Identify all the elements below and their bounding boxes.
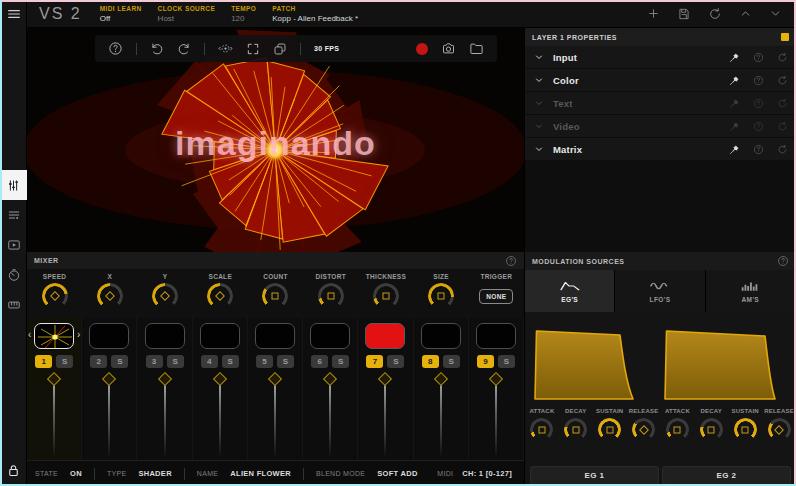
- solo-button[interactable]: S: [498, 355, 515, 368]
- reset-icon[interactable]: [777, 75, 788, 86]
- eg1-envelope-display[interactable]: [532, 324, 656, 402]
- record-button[interactable]: [416, 43, 428, 55]
- layer-thumbnail[interactable]: [200, 323, 240, 349]
- channel-fader[interactable]: [469, 372, 523, 460]
- sidebar-item-keyboard[interactable]: [0, 290, 27, 320]
- mixer-help-icon[interactable]: [505, 255, 517, 267]
- fader-handle[interactable]: [102, 372, 116, 386]
- channel-fader[interactable]: [248, 372, 302, 460]
- undo-icon[interactable]: [150, 42, 164, 56]
- state-value[interactable]: ON: [70, 469, 82, 478]
- trigger-mode-button[interactable]: NONE: [479, 289, 513, 304]
- layer-thumbnail[interactable]: [145, 323, 185, 349]
- snapshot-camera-icon[interactable]: [441, 41, 456, 56]
- decay-knob[interactable]: [700, 418, 723, 441]
- chevron-down-icon[interactable]: [769, 7, 782, 20]
- layer-thumbnail[interactable]: [476, 323, 516, 349]
- layer-thumbnail[interactable]: [421, 323, 461, 349]
- channel-fader[interactable]: [82, 372, 136, 460]
- reset-icon[interactable]: [777, 52, 788, 63]
- section-matrix[interactable]: Matrix: [525, 138, 796, 161]
- y-knob[interactable]: [152, 283, 178, 309]
- channel-fader[interactable]: [414, 372, 468, 460]
- solo-button[interactable]: S: [111, 355, 128, 368]
- eg1-label[interactable]: EG 1: [530, 466, 659, 485]
- size-knob[interactable]: [428, 283, 454, 309]
- attack-knob[interactable]: [530, 418, 553, 441]
- chevron-down-icon[interactable]: [533, 120, 545, 132]
- channel-number-button[interactable]: 7: [366, 355, 383, 368]
- fader-handle[interactable]: [213, 372, 227, 386]
- reset-icon[interactable]: [777, 121, 788, 132]
- prev-layer-arrow[interactable]: ‹: [28, 330, 31, 340]
- release-knob[interactable]: [768, 418, 791, 441]
- tab-lfos[interactable]: LFO'S: [615, 270, 705, 312]
- channel-number-button[interactable]: 8: [422, 355, 439, 368]
- layer-thumbnail[interactable]: [255, 323, 295, 349]
- pin-icon[interactable]: [729, 121, 740, 132]
- fader-handle[interactable]: [489, 372, 503, 386]
- channel-number-button[interactable]: 1: [35, 355, 52, 368]
- solo-button[interactable]: S: [56, 355, 73, 368]
- channel-fader[interactable]: [137, 372, 191, 460]
- pin-icon[interactable]: [729, 75, 740, 86]
- modulation-help-icon[interactable]: [777, 255, 789, 267]
- help-icon[interactable]: [108, 41, 123, 56]
- layer-thumbnail[interactable]: [89, 323, 129, 349]
- reset-icon[interactable]: [777, 98, 788, 109]
- help-icon[interactable]: [753, 121, 764, 132]
- chevron-down-icon[interactable]: [533, 97, 545, 109]
- channel-fader[interactable]: [193, 372, 247, 460]
- chevron-down-icon[interactable]: [533, 143, 545, 155]
- chevron-down-icon[interactable]: [533, 51, 545, 63]
- sidebar-item-media[interactable]: [0, 230, 27, 260]
- main-menu-button[interactable]: [0, 0, 27, 28]
- eg2-label[interactable]: EG 2: [662, 466, 791, 485]
- thickness-knob[interactable]: [373, 283, 399, 309]
- type-value[interactable]: SHADER: [138, 469, 171, 478]
- help-icon[interactable]: [753, 144, 764, 155]
- blend-mode-value[interactable]: SOFT ADD: [377, 469, 417, 478]
- channel-fader[interactable]: [358, 372, 412, 460]
- channel-fader[interactable]: [27, 372, 81, 460]
- eg2-envelope-display[interactable]: [662, 324, 786, 402]
- pin-icon[interactable]: [729, 98, 740, 109]
- speed-knob[interactable]: [42, 283, 68, 309]
- section-text[interactable]: Text: [525, 92, 796, 115]
- layer-thumbnail[interactable]: [365, 323, 405, 349]
- release-knob[interactable]: [632, 418, 655, 441]
- duplicate-icon[interactable]: [273, 42, 287, 56]
- channel-number-button[interactable]: 4: [201, 355, 218, 368]
- fader-handle[interactable]: [434, 372, 448, 386]
- sidebar-item-mixer[interactable]: [0, 170, 27, 200]
- distort-knob[interactable]: [318, 283, 344, 309]
- x-knob[interactable]: [97, 283, 123, 309]
- patch-field[interactable]: PATCH Kopp - Alien Feedback *: [272, 5, 358, 23]
- help-icon[interactable]: [753, 98, 764, 109]
- save-icon[interactable]: [677, 7, 691, 21]
- chevron-up-icon[interactable]: [739, 7, 752, 20]
- pin-icon[interactable]: [729, 144, 740, 155]
- decay-knob[interactable]: [564, 418, 587, 441]
- tab-egs[interactable]: EG'S: [525, 270, 615, 312]
- chevron-down-icon[interactable]: [533, 74, 545, 86]
- solo-button[interactable]: S: [332, 355, 349, 368]
- fader-handle[interactable]: [268, 372, 282, 386]
- solo-button[interactable]: S: [387, 355, 404, 368]
- fader-handle[interactable]: [378, 372, 392, 386]
- fullscreen-icon[interactable]: [246, 42, 260, 56]
- tempo-field[interactable]: TEMPO 120: [231, 5, 256, 23]
- channel-number-button[interactable]: 5: [256, 355, 273, 368]
- channel-number-button[interactable]: 3: [146, 355, 163, 368]
- attack-knob[interactable]: [666, 418, 689, 441]
- count-knob[interactable]: [262, 283, 288, 309]
- channel-fader[interactable]: [303, 372, 357, 460]
- help-icon[interactable]: [753, 52, 764, 63]
- tab-ams[interactable]: AM'S: [706, 270, 796, 312]
- reset-icon[interactable]: [777, 144, 788, 155]
- channel-number-button[interactable]: 9: [477, 355, 494, 368]
- help-icon[interactable]: [753, 75, 764, 86]
- section-color[interactable]: Color: [525, 69, 796, 92]
- sustain-knob[interactable]: [598, 418, 621, 441]
- layer-color-swatch[interactable]: [781, 33, 789, 41]
